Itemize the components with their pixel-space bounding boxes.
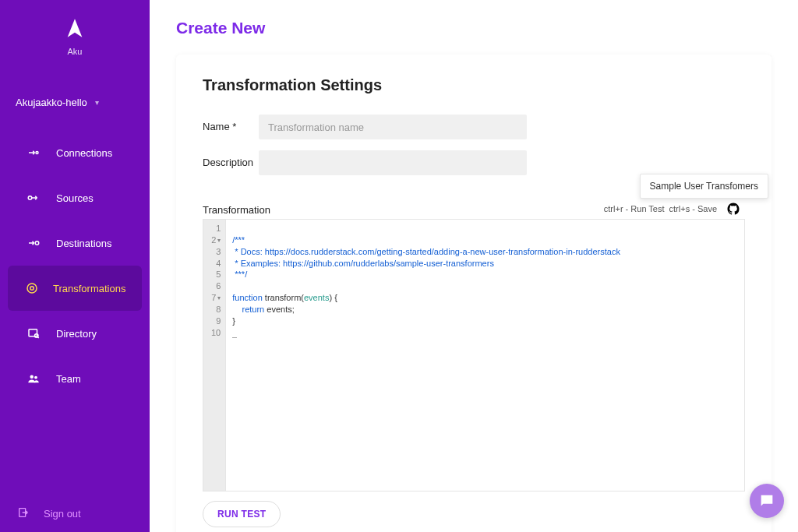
brand-name: Aku	[0, 47, 150, 56]
description-row: Description	[203, 150, 745, 175]
team-icon	[25, 370, 42, 387]
signout-icon	[17, 506, 33, 521]
name-row: Name *	[203, 115, 745, 139]
transformation-label: Transformation	[203, 204, 270, 216]
sidebar-nav: Connections Sources Destinations Transfo…	[0, 130, 150, 401]
brand-block: Aku	[0, 0, 150, 64]
hint-save: ctrl+s - Save	[669, 204, 717, 213]
settings-card: Transformation Settings Name * Descripti…	[176, 55, 772, 532]
sidebar-item-label: Sources	[56, 192, 94, 204]
description-label: Description	[203, 150, 259, 168]
name-input[interactable]	[259, 115, 527, 139]
chevron-down-icon: ▾	[95, 98, 99, 107]
code-editor[interactable]: 12345678910 /*** * Docs: https://docs.ru…	[203, 219, 745, 491]
sidebar: Aku Akujaakko-hello ▾ Connections Source…	[0, 0, 150, 532]
destinations-icon	[25, 234, 42, 252]
sidebar-item-label: Team	[56, 373, 81, 385]
name-label: Name *	[203, 115, 259, 132]
description-input[interactable]	[259, 150, 527, 175]
sidebar-item-destinations[interactable]: Destinations	[8, 220, 142, 266]
signout-button[interactable]: Sign out	[0, 495, 150, 532]
transformations-icon	[25, 280, 39, 297]
editor-header: Transformation ctrl+r - Run Test ctrl+s …	[203, 202, 745, 216]
connections-icon	[25, 144, 42, 161]
svg-point-0	[36, 152, 38, 154]
card-title: Transformation Settings	[203, 76, 745, 94]
sidebar-item-directory[interactable]: Directory	[8, 311, 142, 356]
code-area[interactable]: /*** * Docs: https://docs.rudderstack.co…	[226, 220, 744, 491]
svg-point-7	[30, 375, 34, 379]
svg-point-3	[30, 287, 34, 291]
sidebar-item-connections[interactable]: Connections	[8, 130, 142, 175]
workspace-switcher[interactable]: Akujaakko-hello ▾	[0, 86, 150, 119]
svg-point-8	[34, 376, 37, 379]
github-tooltip: Sample User Transfomers	[640, 174, 768, 199]
main-content: Create New Transformation Settings Name …	[150, 0, 798, 532]
page-title: Create New	[176, 19, 772, 37]
sidebar-item-label: Connections	[56, 147, 112, 159]
github-icon[interactable]	[726, 202, 740, 216]
editor-hints: ctrl+r - Run Test ctrl+s - Save	[604, 202, 745, 216]
run-test-button[interactable]: RUN TEST	[203, 501, 281, 527]
directory-icon	[25, 325, 42, 342]
sidebar-item-transformations[interactable]: Transformations	[8, 266, 142, 311]
brand-logo-icon	[64, 17, 86, 39]
sidebar-item-label: Destinations	[56, 238, 112, 249]
sidebar-item-label: Directory	[56, 328, 97, 340]
hint-run-test: ctrl+r - Run Test	[604, 204, 665, 213]
chat-fab[interactable]	[750, 484, 784, 518]
svg-point-2	[35, 241, 39, 245]
signout-label: Sign out	[44, 508, 81, 520]
svg-rect-5	[29, 329, 37, 336]
sidebar-item-label: Transformations	[53, 283, 125, 294]
code-gutter: 12345678910	[203, 220, 226, 491]
sidebar-item-team[interactable]: Team	[8, 356, 142, 401]
sidebar-item-sources[interactable]: Sources	[8, 175, 142, 220]
svg-point-1	[28, 196, 32, 200]
svg-point-4	[27, 284, 37, 293]
workspace-name: Akujaakko-hello	[16, 97, 87, 108]
sources-icon	[25, 189, 42, 206]
